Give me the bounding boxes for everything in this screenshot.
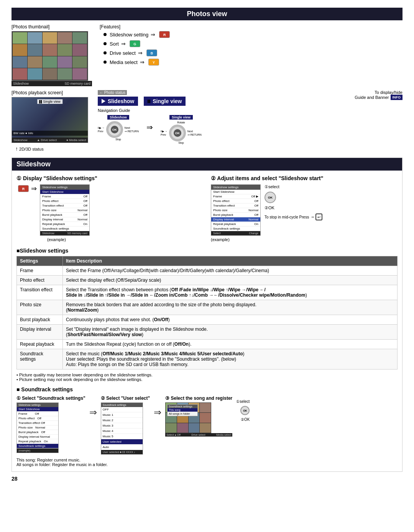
select-diagram-small: ①select OK ②OK: [236, 396, 250, 422]
table-row: Repeat playback Turn the Slideshow Repea…: [17, 340, 398, 349]
bullet-icon: [104, 33, 107, 36]
step1-title: ① Display "Slideshow settings": [16, 175, 203, 181]
ok-nav-button[interactable]: OK: [264, 192, 276, 203]
col-settings: Settings: [17, 256, 63, 266]
slideshow-button[interactable]: Slideshow: [98, 97, 138, 106]
page-number: 28: [12, 476, 402, 482]
playback-label: [Photos playback screen]: [12, 90, 92, 95]
features-label: [Features]: [100, 24, 402, 30]
soundtrack-step3: ③ Select the song and register Soundtrac…: [165, 396, 232, 437]
feature-item-media: Media select ⇒ Y: [104, 59, 402, 66]
ok2-label-small: ②OK: [241, 417, 250, 422]
single-view-button[interactable]: Single view: [144, 97, 186, 106]
playback-status-bar: Slideshow▲ Drive select● Media select: [12, 138, 88, 143]
register-info: This song: Register current music. All s…: [16, 458, 398, 467]
soundtrack-step2: ② Select "User select" Soundtrack settin…: [101, 396, 150, 455]
mini-soundtrack-screen-1: Slideshow settings Start Slideshow Frame…: [16, 402, 59, 453]
soundtrack-step1: ① Select "Soundtrack settings" Slideshow…: [16, 396, 85, 453]
arrow-icon: ⇒: [121, 41, 126, 47]
example2: (example): [211, 237, 398, 242]
guide-banner-label: Guide and Banner INFO: [355, 95, 402, 100]
table-row: Transition effect Select the Transition …: [17, 285, 398, 300]
notes-area: • Picture quality may become lower depen…: [16, 373, 398, 382]
table-row: Soundtrack settings Select the music (Of…: [17, 349, 398, 369]
slideshow-section-header: Slideshow: [12, 158, 402, 171]
photo-status-indicator: ← Photo status: [98, 90, 127, 95]
arrow-right-icon: ⇒: [31, 184, 37, 193]
slideshow-settings-label: ■Slideshow settings: [16, 248, 398, 254]
arrow-icon: ⇒: [151, 31, 155, 38]
bullet-icon: [104, 51, 107, 54]
soundtrack-section: ■ Soundtrack settings ① Select "Soundtra…: [16, 386, 398, 467]
soundtrack-label: ■ Soundtrack settings: [16, 386, 398, 392]
step-arrow-1: ⇒: [89, 396, 97, 418]
table-row: Frame Select the Frame (Off/Array/Collag…: [17, 266, 398, 276]
feature-list: Slideshow setting ⇒ R Sort ⇒ G Drive sel…: [100, 31, 402, 66]
thumbnail-label: [Photos thumbnail]: [12, 24, 92, 30]
thumbnail-grid: [12, 31, 88, 81]
diagram-arrow: ⇒: [146, 115, 153, 132]
y-key-button: Y: [148, 59, 159, 66]
to-stop-label: To stop in mid-cycle Press ⇒ ↩: [264, 213, 322, 220]
step1-area: ① Display "Slideshow settings" R ⇒ Slide…: [16, 175, 203, 242]
arrow-icon: ⇒: [138, 50, 143, 56]
soundtrack-overlay: Soundtrack settings This song All songs …: [167, 404, 198, 416]
feature-item-sort: Sort ⇒ G: [104, 40, 402, 47]
status-2d3d: ↑ 2D/3D status: [12, 146, 402, 152]
soundtrack-photo-area: Soundtrack settings This song All songs …: [165, 402, 232, 437]
playback-screen: Single view BW rate ● Info Slideshow▲ Dr…: [12, 97, 88, 143]
single-view-nav-ring: OK: [169, 125, 186, 141]
slideshow-nav-diagram: Slideshow II▶ → Prev OK Next ⇒ RETURN: [98, 115, 139, 141]
ok-button-small[interactable]: OK: [240, 406, 250, 415]
step-arrow-2: ⇒: [154, 396, 161, 418]
navigation-diagrams: Slideshow II▶ → Prev OK Next ⇒ RETURN: [98, 115, 349, 144]
to-display-hide-label: To display/hide: [355, 90, 402, 95]
select1-label: ①select: [264, 184, 322, 189]
mini-soundtrack-screen-2: Soundtrack settings OFF Music 1 Music 2 …: [101, 402, 143, 455]
ok-button[interactable]: OK: [111, 126, 118, 133]
feature-item-slideshow: Slideshow setting ⇒ R: [104, 31, 402, 38]
table-row: Burst playback Continuously plays photos…: [17, 315, 398, 325]
return-icon: ↩: [315, 213, 322, 220]
playback-info-bar: BW rate ● Info: [12, 131, 88, 136]
table-row: Display interval Set "Display interval" …: [17, 325, 398, 340]
table-row: Photo size Removes the black borders tha…: [17, 300, 398, 315]
slideshow-section: Slideshow ① Display "Slideshow settings"…: [12, 158, 402, 472]
arrow-icon: ⇒: [140, 59, 145, 65]
bullet-icon: [104, 42, 107, 45]
mini-screen-1: Slideshow settings Start Slideshow Frame…: [40, 184, 90, 236]
example1: (example): [16, 237, 203, 242]
navigation-guide-label: Navigation Guide: [98, 108, 349, 113]
single-view-tag: Single view: [37, 99, 62, 104]
table-row: Photo effect Select the display effect (…: [17, 276, 398, 285]
play-icon: [102, 99, 105, 103]
single-view-nav-diagram: Single view Rotate II▶ → Prev OK Next ⇒ …: [161, 115, 202, 144]
info-button[interactable]: INFO: [391, 95, 403, 100]
slideshow-nav-ring: OK: [106, 121, 123, 138]
b-key-button: B: [146, 49, 157, 56]
r-key-button: R: [159, 31, 170, 38]
g-key-button: G: [130, 40, 140, 47]
step2-area: ② Adjust items and select "Slideshow sta…: [211, 175, 398, 242]
ok-button[interactable]: OK: [174, 129, 181, 137]
bullet-icon: [104, 61, 107, 64]
settings-table: Settings Item Description Frame Select t…: [16, 256, 398, 369]
step2-title: ② Adjust items and select "Slideshow sta…: [211, 175, 398, 181]
feature-item-drive: Drive select ⇒ B: [104, 49, 402, 56]
ok2-label: ②OK: [264, 205, 322, 210]
mini-screen-2: Slideshow settings Start Slideshow Frame…: [211, 184, 261, 236]
page-title: Photos view: [12, 8, 402, 20]
col-description: Item Description: [63, 256, 398, 266]
r-key-small: R: [18, 185, 29, 192]
thumbnail-status-bar: Slideshow SD memory card: [12, 81, 92, 86]
